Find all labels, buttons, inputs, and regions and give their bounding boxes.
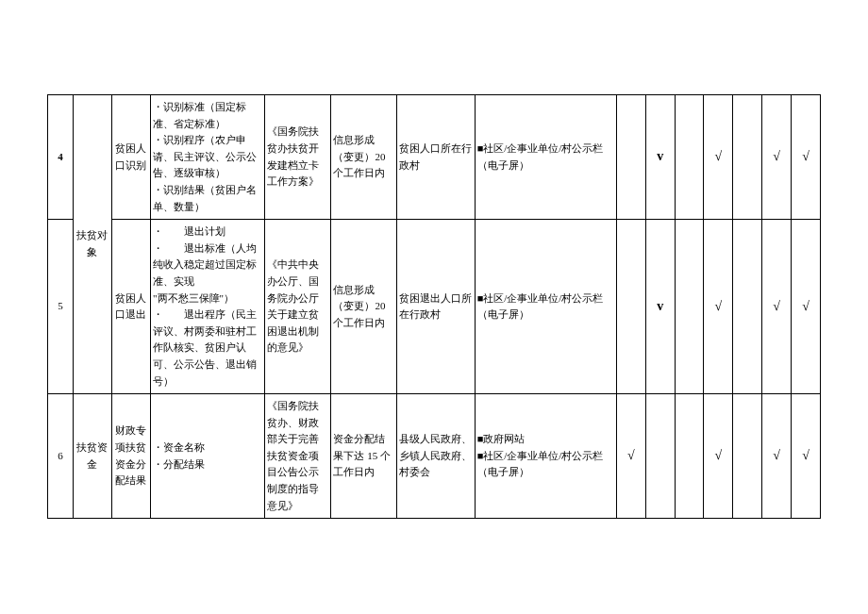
check-cell: √ — [762, 394, 792, 519]
row-basis: 《国务院扶贫办扶贫开发建档立卡工作方案》 — [265, 95, 331, 220]
table-row: 4 扶贫对象 贫困人口识别 ・识别标准（国定标准、省定标准） ・识别程序（农户申… — [48, 95, 821, 220]
table-row: 5 贫困人口退出 ・ 退出计划 ・ 退出标准（人均纯收入稳定超过国定标准、实现 … — [48, 220, 821, 394]
row-limit: 资金分配结果下达 15 个工作日内 — [331, 394, 397, 519]
row-item: 贫困人口识别 — [111, 95, 150, 220]
row-channel: ■社区/企事业单位/村公示栏（电子屏） — [475, 220, 616, 394]
row-channel: ■政府网站 ■社区/企事业单位/村公示栏（电子屏） — [475, 394, 616, 519]
policy-table: 4 扶贫对象 贫困人口识别 ・识别标准（国定标准、省定标准） ・识别程序（农户申… — [47, 94, 821, 519]
row-content: ・识别标准（国定标准、省定标准） ・识别程序（农户申请、民主评议、公示公告、逐级… — [151, 95, 265, 220]
row-item: 贫困人口退出 — [111, 220, 150, 394]
row-content: ・ 退出计划 ・ 退出标准（人均纯收入稳定超过国定标准、实现 "两不愁三保障"）… — [151, 220, 265, 394]
check-cell — [645, 394, 675, 519]
check-cell: v — [645, 95, 675, 220]
check-cell: v — [645, 220, 675, 394]
check-cell — [733, 220, 762, 394]
row-category: 扶贫资金 — [73, 394, 111, 519]
row-index: 4 — [48, 95, 74, 220]
check-cell — [675, 394, 704, 519]
row-basis: 《中共中央办公厅、国务院办公厅关于建立贫困退出机制的意见》 — [265, 220, 331, 394]
check-cell — [616, 220, 645, 394]
check-cell: √ — [616, 394, 645, 519]
check-cell: √ — [792, 220, 821, 394]
check-cell — [675, 95, 704, 220]
row-subject: 贫困退出人口所在行政村 — [397, 220, 475, 394]
check-cell: √ — [792, 95, 821, 220]
row-basis: 《国务院扶贫办、财政部关于完善扶贫资金项目公告公示制度的指导意见》 — [265, 394, 331, 519]
check-cell: √ — [792, 394, 821, 519]
table-row: 6 扶贫资金 财政专项扶贫资金分配结果 ・资金名称 ・分配结果 《国务院扶贫办、… — [48, 394, 821, 519]
check-cell — [733, 95, 762, 220]
check-cell — [733, 394, 762, 519]
row-channel: ■社区/企事业单位/村公示栏（电子屏） — [475, 95, 616, 220]
row-content: ・资金名称 ・分配结果 — [151, 394, 265, 519]
row-index: 6 — [48, 394, 74, 519]
check-cell: √ — [762, 95, 792, 220]
check-cell — [616, 95, 645, 220]
row-limit: 信息形成（变更）20 个工作日内 — [331, 95, 397, 220]
check-cell: √ — [704, 394, 733, 519]
check-cell: √ — [704, 95, 733, 220]
row-subject: 贫困人口所在行政村 — [397, 95, 475, 220]
row-index: 5 — [48, 220, 74, 394]
row-item: 财政专项扶贫资金分配结果 — [111, 394, 150, 519]
check-cell — [675, 220, 704, 394]
row-category: 扶贫对象 — [73, 95, 111, 394]
check-cell: √ — [762, 220, 792, 394]
check-cell: √ — [704, 220, 733, 394]
row-subject: 县级人民政府、乡镇人民政府、村委会 — [397, 394, 475, 519]
row-limit: 信息形成（变更）20 个工作日内 — [331, 220, 397, 394]
